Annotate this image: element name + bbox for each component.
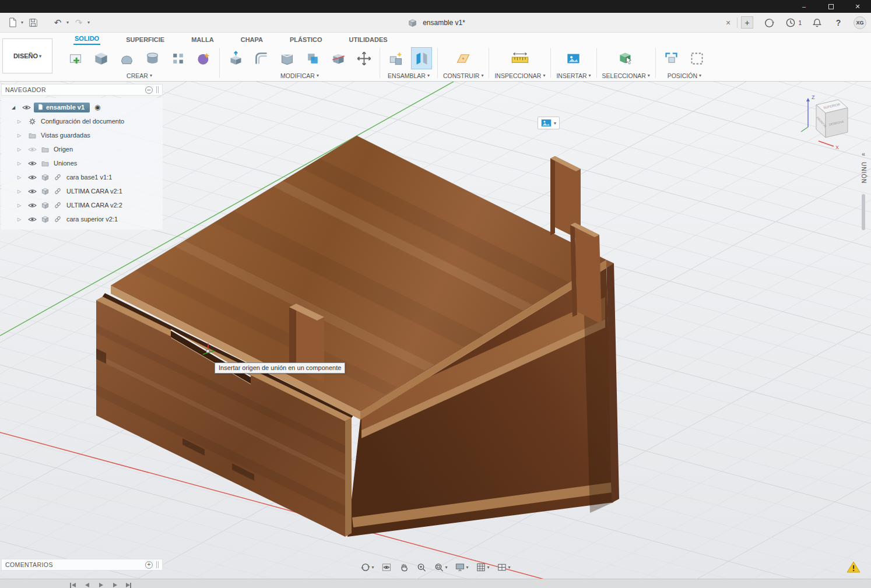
group-label-seleccionar[interactable]: SELECCIONAR▾: [602, 71, 650, 80]
visibility-eye-off-icon[interactable]: [26, 146, 38, 153]
group-label-crear[interactable]: CREAR▾: [127, 71, 152, 80]
press-pull-button[interactable]: [225, 47, 246, 69]
group-label-modificar[interactable]: MODIFICAR▾: [280, 71, 319, 80]
expand-icon[interactable]: ▷: [13, 217, 26, 222]
tab-plastico[interactable]: PLÁSTICO: [289, 35, 324, 45]
group-label-posicion[interactable]: POSICIÓN▾: [668, 71, 701, 80]
timeline-go-end-button[interactable]: [125, 581, 133, 588]
insert-canvas-button[interactable]: [563, 47, 584, 69]
file-menu-caret-icon[interactable]: ▾: [21, 20, 23, 25]
visibility-eye-icon[interactable]: [26, 160, 38, 167]
undo-caret-icon[interactable]: ▾: [66, 20, 69, 25]
new-tab-button[interactable]: +: [741, 16, 753, 29]
split-button[interactable]: [328, 47, 349, 69]
orbit-button[interactable]: ▾: [358, 561, 376, 574]
tree-item-origin[interactable]: ▷ Origen: [1, 142, 163, 156]
tree-item-component[interactable]: ▷ cara superior v2:1: [1, 212, 163, 226]
document-tab[interactable]: ensamble v1*: [406, 13, 465, 33]
tree-item-component[interactable]: ▷ ULTIMA CARA v2:2: [1, 198, 163, 212]
tab-superficie[interactable]: SUPERFICIE: [125, 35, 166, 45]
cylinder-button[interactable]: [142, 47, 163, 69]
expand-icon[interactable]: ▷: [13, 175, 26, 180]
viewcube[interactable]: Z X SUPERIOR FRONTAL DERECHA: [799, 90, 863, 153]
group-label-construir[interactable]: CONSTRUIR▾: [443, 71, 483, 80]
close-window-button[interactable]: ✕: [844, 0, 871, 13]
expand-dialog-chevrons-icon[interactable]: «: [862, 150, 865, 157]
form-button[interactable]: [193, 47, 214, 69]
tree-item-saved-views[interactable]: ▷ Vistas guardadas: [1, 128, 163, 142]
display-mode-widget[interactable]: ▾: [538, 117, 560, 129]
user-avatar[interactable]: XG: [854, 16, 866, 29]
grid-settings-button[interactable]: ▾: [474, 561, 492, 574]
joint-button[interactable]: [411, 47, 432, 69]
look-at-button[interactable]: [379, 561, 394, 574]
expand-icon[interactable]: ▷: [13, 203, 26, 208]
visibility-eye-icon[interactable]: [26, 202, 38, 209]
warning-notification[interactable]: [847, 561, 861, 573]
visibility-eye-icon[interactable]: [20, 104, 33, 111]
expand-icon[interactable]: ▷: [13, 189, 26, 194]
combine-button[interactable]: [302, 47, 323, 69]
pattern-button[interactable]: [167, 47, 188, 69]
timeline-step-back-button[interactable]: [83, 581, 91, 588]
zoom-button[interactable]: [414, 561, 429, 574]
sync-status-icon[interactable]: [763, 16, 775, 29]
shell-button[interactable]: [276, 47, 297, 69]
tree-item-joints[interactable]: ▷ Uniones: [1, 156, 163, 170]
selected-component-chip[interactable]: ensamble v1: [34, 103, 90, 112]
undo-icon[interactable]: ↶: [51, 16, 64, 29]
visibility-eye-icon[interactable]: [26, 188, 38, 195]
job-status-button[interactable]: 1: [784, 16, 802, 29]
create-sketch-button[interactable]: [65, 47, 86, 69]
group-label-ensamblar[interactable]: ENSAMBLAR▾: [388, 71, 430, 80]
tree-item-document-settings[interactable]: ▷ Configuración del documento: [1, 114, 163, 128]
activate-component-radio-icon[interactable]: ◉: [94, 103, 100, 111]
capture-position-button[interactable]: [661, 47, 682, 69]
expand-icon[interactable]: ▷: [13, 133, 26, 138]
tab-malla[interactable]: MALLA: [190, 35, 215, 45]
extrude-button[interactable]: [90, 47, 111, 69]
measure-button[interactable]: [507, 47, 533, 69]
notifications-bell-icon[interactable]: [810, 16, 823, 29]
timeline-step-forward-button[interactable]: [111, 581, 119, 588]
help-icon[interactable]: ?: [832, 16, 845, 29]
construction-plane-button[interactable]: [453, 47, 474, 69]
save-icon[interactable]: [27, 16, 40, 29]
redo-icon[interactable]: ↷: [72, 16, 85, 29]
tree-item-root[interactable]: ◢ ensamble v1 ◉: [1, 100, 163, 114]
move-button[interactable]: [353, 47, 374, 69]
comments-header[interactable]: COMENTARIOS +: [1, 559, 163, 571]
dialog-scrollbar[interactable]: [862, 194, 865, 230]
new-component-button[interactable]: [385, 47, 406, 69]
workspace-selector[interactable]: DISEÑO ▾: [2, 38, 52, 73]
timeline-play-button[interactable]: [97, 581, 105, 588]
group-label-inspeccionar[interactable]: INSPECCIONAR▾: [494, 71, 545, 80]
comments-drag-handle[interactable]: [156, 561, 159, 568]
fillet-button[interactable]: [251, 47, 272, 69]
tab-utilidades[interactable]: UTILIDADES: [348, 35, 389, 45]
expand-icon[interactable]: ▷: [13, 161, 26, 166]
fit-button[interactable]: ▾: [431, 561, 449, 574]
tree-item-component[interactable]: ▷ ULTIMA CARA v2:1: [1, 184, 163, 198]
minimize-button[interactable]: –: [791, 0, 817, 13]
tab-chapa[interactable]: CHAPA: [240, 35, 264, 45]
joint-dialog-label[interactable]: UNIÓN: [861, 162, 867, 184]
document-tab-close-icon[interactable]: ✕: [723, 17, 733, 28]
pan-button[interactable]: [396, 561, 411, 574]
tab-solido[interactable]: SOLIDO: [73, 34, 100, 45]
tree-item-component[interactable]: ▷ cara base1 v1:1: [1, 170, 163, 184]
comments-expand-icon[interactable]: +: [145, 561, 153, 569]
group-label-insertar[interactable]: INSERTAR▾: [556, 71, 591, 80]
expand-icon[interactable]: ▷: [13, 147, 26, 152]
viewports-button[interactable]: ▾: [495, 561, 513, 574]
expand-icon[interactable]: ▷: [13, 119, 26, 124]
visibility-eye-icon[interactable]: [26, 216, 38, 223]
redo-caret-icon[interactable]: ▾: [87, 20, 90, 25]
navigator-drag-handle[interactable]: [156, 86, 159, 93]
visibility-eye-icon[interactable]: [26, 174, 38, 181]
select-button[interactable]: [616, 47, 637, 69]
revolve-button[interactable]: [116, 47, 137, 69]
navigator-header[interactable]: NAVEGADOR –: [1, 84, 163, 96]
timeline-go-start-button[interactable]: [69, 581, 77, 588]
expand-open-icon[interactable]: ◢: [7, 105, 20, 110]
